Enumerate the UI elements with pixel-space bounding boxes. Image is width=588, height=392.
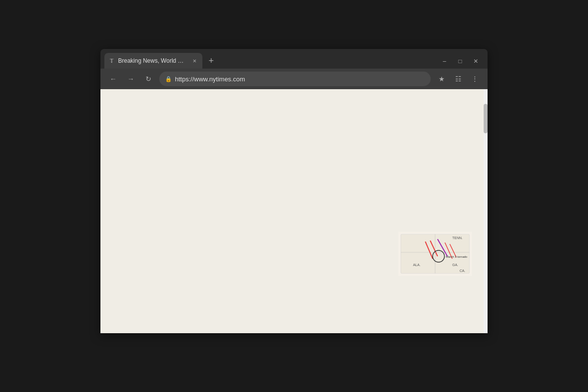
window-controls: – □ ✕ bbox=[441, 58, 484, 69]
security-lock-icon: 🔒 bbox=[165, 76, 172, 82]
address-bar[interactable]: 🔒 https://www.nytimes.com bbox=[159, 72, 431, 86]
forward-button[interactable]: → bbox=[124, 72, 138, 86]
browser-tab[interactable]: 𝕋 Breaking News, World News & M ✕ bbox=[104, 53, 202, 69]
tab-title: Breaking News, World News & M bbox=[118, 57, 187, 64]
svg-text:March 3 tornado: March 3 tornado bbox=[446, 255, 467, 258]
close-window-button[interactable]: ✕ bbox=[472, 58, 480, 65]
browser-window: 𝕋 Breaking News, World News & M ✕ + – □ … bbox=[100, 49, 488, 333]
bookmark-icon[interactable]: ★ bbox=[435, 72, 448, 86]
maximize-button[interactable]: □ bbox=[456, 58, 464, 65]
svg-text:TENN.: TENN. bbox=[452, 236, 463, 240]
back-button[interactable]: ← bbox=[106, 72, 120, 86]
minimize-button[interactable]: – bbox=[441, 58, 448, 65]
browser-toolbar: ← → ↻ 🔒 https://www.nytimes.com ★ ☷ ⋮ bbox=[100, 69, 488, 89]
story-item-2[interactable]: Alabama Tornado Among the Region's Worst… bbox=[295, 224, 472, 314]
scrollbar-track[interactable] bbox=[484, 89, 488, 333]
content-inner: In Other News bbox=[100, 89, 488, 324]
reload-button[interactable]: ↻ bbox=[142, 72, 155, 86]
news-grid: Doug Mills/The New York Times Will Kim J… bbox=[112, 122, 472, 314]
tab-close-button[interactable]: ✕ bbox=[191, 57, 198, 65]
new-tab-button[interactable]: + bbox=[204, 54, 218, 68]
story-image-2: TENN. ALA. GA. CA. March 3 tornado bbox=[398, 232, 472, 276]
tab-favicon: 𝕋 bbox=[108, 57, 115, 64]
title-bar: 𝕋 Breaking News, World News & M ✕ + – □ … bbox=[100, 49, 488, 69]
extensions-icon[interactable]: ☷ bbox=[451, 72, 465, 86]
svg-text:ALA.: ALA. bbox=[413, 263, 420, 267]
toolbar-actions: ★ ☷ ⋮ bbox=[435, 72, 482, 86]
map-svg: TENN. ALA. GA. CA. March 3 tornado bbox=[398, 232, 472, 276]
svg-text:GA.: GA. bbox=[452, 263, 458, 267]
side-stories: Pain Patients Suffer as Opioid Prescript… bbox=[295, 122, 472, 314]
svg-text:CA.: CA. bbox=[460, 269, 466, 272]
page-content[interactable]: In Other News bbox=[100, 89, 488, 333]
url-text: https://www.nytimes.com bbox=[175, 75, 425, 83]
menu-icon[interactable]: ⋮ bbox=[468, 72, 482, 86]
scrollbar-thumb[interactable] bbox=[484, 104, 488, 133]
tornado-map: TENN. ALA. GA. CA. March 3 tornado bbox=[398, 232, 472, 276]
